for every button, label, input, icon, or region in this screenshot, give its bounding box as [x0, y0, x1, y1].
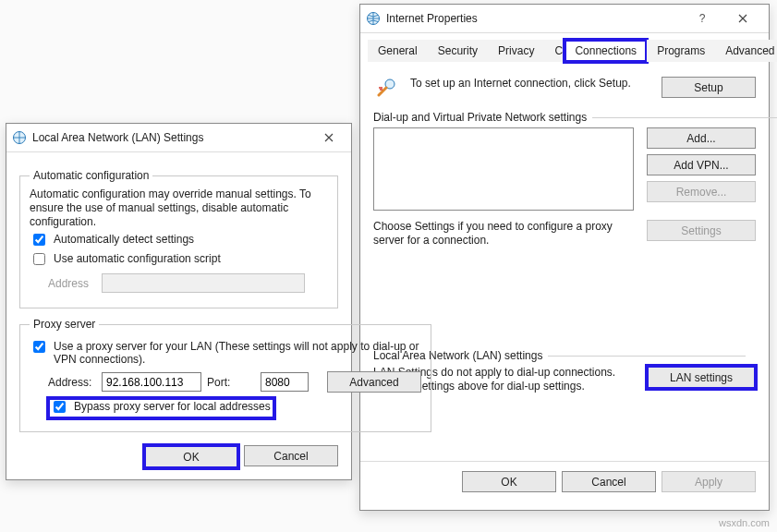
apply-button: Apply	[662, 471, 756, 492]
proxy-legend: Proxy server	[30, 318, 99, 331]
tab-advanced[interactable]: Advanced	[715, 40, 777, 62]
use-proxy-checkbox[interactable]: Use a proxy server for your LAN (These s…	[30, 340, 421, 366]
remove-button: Remove...	[647, 181, 756, 202]
ok-button[interactable]: OK	[144, 445, 238, 468]
script-address-label: Address	[48, 277, 96, 290]
tab-general[interactable]: General	[368, 40, 428, 62]
connections-listbox[interactable]	[373, 127, 634, 211]
settings-button: Settings	[647, 220, 756, 241]
globe-icon	[12, 130, 27, 145]
lan-settings-button[interactable]: LAN settings	[647, 366, 756, 389]
tab-privacy[interactable]: Privacy	[488, 40, 544, 62]
connect-icon	[373, 77, 401, 97]
use-script-checkbox[interactable]: Use automatic configuration script	[30, 252, 328, 268]
window-title: Internet Properties	[386, 12, 682, 25]
close-button[interactable]	[722, 6, 763, 31]
ok-button[interactable]: OK	[462, 471, 556, 492]
bypass-input[interactable]	[54, 401, 66, 413]
use-proxy-input[interactable]	[33, 341, 45, 353]
proxy-note: Choose Settings if you need to configure…	[373, 220, 632, 248]
tab-content[interactable]: Content	[544, 40, 565, 62]
cancel-button[interactable]: Cancel	[562, 471, 656, 492]
tab-security[interactable]: Security	[428, 40, 488, 62]
dialog-footer: OK Cancel Apply	[360, 461, 769, 502]
setup-text: To set up an Internet connection, click …	[401, 77, 662, 91]
help-button[interactable]: ?	[682, 6, 722, 31]
use-script-input[interactable]	[33, 253, 45, 265]
add-vpn-button[interactable]: Add VPN...	[647, 154, 756, 175]
proxy-group: Proxy server Use a proxy server for your…	[19, 318, 431, 432]
setup-button[interactable]: Setup	[662, 77, 756, 98]
dialup-group-label: Dial-up and Virtual Private Network sett…	[373, 111, 587, 124]
proxy-address-input[interactable]	[102, 372, 201, 392]
proxy-port-label: Port:	[207, 376, 255, 389]
bypass-checkbox[interactable]: Bypass proxy server for local addresses	[48, 398, 274, 418]
proxy-port-input[interactable]	[261, 372, 309, 392]
auto-detect-checkbox[interactable]: Automatically detect settings	[30, 233, 328, 248]
auto-detect-input[interactable]	[33, 234, 45, 246]
close-button[interactable]	[312, 125, 346, 151]
window-title: Local Area Network (LAN) Settings	[32, 131, 312, 144]
proxy-address-label: Address:	[48, 376, 96, 389]
globe-icon	[366, 11, 381, 26]
cancel-button[interactable]: Cancel	[244, 445, 338, 466]
titlebar: Local Area Network (LAN) Settings	[6, 124, 351, 152]
advanced-button[interactable]: Advanced	[327, 371, 421, 393]
titlebar: Internet Properties ?	[360, 5, 769, 33]
tab-connections[interactable]: Connections	[565, 40, 647, 62]
auto-config-group: Automatic configuration Automatic config…	[19, 169, 338, 308]
tab-programs[interactable]: Programs	[647, 40, 715, 62]
add-button[interactable]: Add...	[647, 127, 756, 149]
source-watermark: wsxdn.com	[719, 517, 770, 528]
internet-properties-window: Internet Properties ? General Security P…	[359, 4, 770, 511]
lan-settings-window: Local Area Network (LAN) Settings Automa…	[6, 123, 352, 480]
script-address-input	[102, 273, 305, 293]
auto-config-legend: Automatic configuration	[30, 169, 152, 182]
tabs: General Security Privacy Content Connect…	[368, 39, 761, 62]
auto-config-note: Automatic configuration may override man…	[30, 187, 328, 229]
